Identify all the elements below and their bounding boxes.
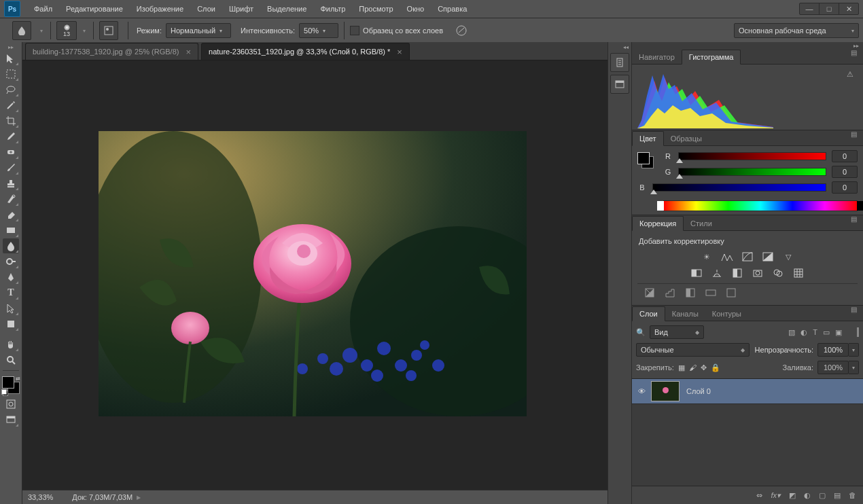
filter-shape-icon[interactable]: ▭ — [823, 328, 830, 337]
color-fgbg-swatch[interactable] — [637, 152, 654, 168]
move-tool[interactable] — [3, 51, 19, 66]
b-value[interactable]: 0 — [832, 181, 858, 194]
sample-all-layers-checkbox[interactable] — [350, 26, 359, 35]
color-tab[interactable]: Цвет — [632, 131, 664, 146]
zoom-tool[interactable] — [3, 353, 19, 367]
filter-pixel-icon[interactable]: ▧ — [788, 328, 795, 337]
panel-menu-icon[interactable]: ▤ — [851, 218, 860, 226]
filter-adjust-icon[interactable]: ◐ — [800, 328, 807, 337]
lookup-icon[interactable] — [792, 267, 805, 279]
brush-picker-arrow[interactable]: ▾ — [81, 24, 88, 37]
warning-icon[interactable]: ⚠ — [847, 70, 853, 79]
new-group-icon[interactable]: ▢ — [819, 491, 826, 500]
status-menu-arrow[interactable]: ▶ — [137, 494, 141, 501]
blur-tool[interactable] — [3, 238, 19, 253]
history-brush-tool[interactable] — [3, 192, 19, 206]
menu-image[interactable]: Изображение — [130, 0, 190, 18]
menu-type[interactable]: Шрифт — [222, 0, 260, 18]
lasso-tool[interactable] — [3, 82, 19, 97]
canvas-area[interactable] — [22, 60, 607, 490]
paths-tab[interactable]: Контуры — [705, 307, 748, 321]
levels-icon[interactable] — [720, 251, 734, 263]
brush-panel-toggle[interactable] — [99, 21, 118, 40]
window-close-button[interactable]: ✕ — [839, 3, 858, 14]
selective-color-icon[interactable] — [724, 287, 738, 299]
shape-tool[interactable] — [3, 317, 19, 331]
r-slider[interactable] — [678, 152, 826, 160]
menu-edit[interactable]: Редактирование — [59, 0, 130, 18]
hue-icon[interactable] — [690, 267, 703, 279]
navigator-tab[interactable]: Навигатор — [632, 50, 682, 64]
swap-colors-icon[interactable]: ⇄ — [16, 376, 20, 382]
intensity-select[interactable]: 50%▾ — [299, 23, 338, 38]
pressure-button[interactable] — [455, 24, 468, 37]
tool-preset-button[interactable] — [12, 21, 31, 40]
opacity-value[interactable]: 100% — [817, 343, 849, 357]
histogram-tab[interactable]: Гистограмма — [682, 50, 741, 65]
eraser-tool[interactable] — [3, 207, 19, 222]
document-canvas[interactable] — [99, 131, 527, 416]
layer-thumbnail[interactable] — [651, 381, 680, 401]
toolbar-collapse[interactable]: ▸▸ — [0, 43, 22, 50]
eyedropper-tool[interactable] — [3, 129, 19, 144]
posterize-icon[interactable] — [663, 287, 677, 299]
invert-icon[interactable] — [643, 287, 656, 299]
swatches-tab[interactable]: Образцы — [664, 132, 709, 145]
color-balance-icon[interactable] — [710, 267, 724, 279]
layer-item[interactable]: 👁 Слой 0 — [632, 379, 863, 404]
layer-blend-select[interactable]: Обычные◆ — [636, 343, 750, 357]
fill-arrow[interactable]: ▾ — [849, 361, 859, 374]
menu-window[interactable]: Окно — [400, 0, 432, 18]
g-value[interactable]: 0 — [832, 166, 858, 178]
lock-transparent-icon[interactable]: ▦ — [678, 363, 685, 372]
filter-smart-icon[interactable]: ▣ — [835, 328, 842, 337]
menu-select[interactable]: Выделение — [260, 0, 313, 18]
layers-tab[interactable]: Слои — [632, 306, 665, 321]
menu-view[interactable]: Просмотр — [352, 0, 400, 18]
window-minimize-button[interactable]: — — [800, 3, 819, 14]
close-tab-icon[interactable]: × — [397, 47, 402, 57]
gradient-tool[interactable] — [3, 223, 19, 238]
adjustments-tab[interactable]: Коррекция — [632, 216, 684, 231]
panel-menu-icon[interactable]: ▤ — [851, 308, 860, 317]
layer-filter-kind[interactable]: Вид◆ — [650, 325, 704, 339]
menu-layers[interactable]: Слои — [190, 0, 222, 18]
default-colors-icon[interactable] — [1, 389, 7, 395]
photo-filter-icon[interactable] — [751, 267, 764, 279]
bw-icon[interactable] — [730, 267, 744, 279]
menu-help[interactable]: Справка — [431, 0, 474, 18]
panel-menu-icon[interactable]: ▤ — [851, 133, 860, 141]
quickmask-toggle[interactable] — [3, 397, 19, 412]
lock-position-icon[interactable]: ✥ — [701, 363, 707, 372]
channel-mixer-icon[interactable] — [771, 267, 785, 279]
dock-expand[interactable]: ◂◂ — [608, 43, 631, 50]
document-tab-0[interactable]: building-1377538_1920.jpg @ 25% (RGB/8) … — [25, 43, 198, 60]
document-tab-1[interactable]: nature-2360351_1920.jpg @ 33,3% (Слой 0,… — [201, 43, 410, 60]
channels-tab[interactable]: Каналы — [665, 307, 705, 321]
delete-layer-icon[interactable]: 🗑 — [849, 491, 856, 499]
vibrance-icon[interactable]: ▽ — [781, 251, 795, 263]
window-maximize-button[interactable]: □ — [819, 3, 839, 14]
lock-all-icon[interactable]: 🔒 — [711, 363, 720, 372]
brightness-icon[interactable]: ☀ — [700, 251, 714, 263]
threshold-icon[interactable] — [684, 287, 697, 299]
hand-tool[interactable] — [3, 337, 19, 352]
layer-list[interactable]: 👁 Слой 0 — [632, 378, 863, 486]
menu-file[interactable]: Файл — [27, 0, 59, 18]
curves-icon[interactable] — [741, 251, 754, 263]
properties-panel-icon[interactable] — [610, 75, 629, 94]
crop-tool[interactable] — [3, 113, 19, 128]
close-tab-icon[interactable]: × — [186, 47, 191, 57]
panels-collapse[interactable]: ▸▸ — [632, 42, 863, 49]
marquee-tool[interactable] — [3, 67, 19, 82]
layer-fx-icon[interactable]: fx▾ — [771, 491, 781, 500]
filter-type-icon[interactable]: T — [813, 328, 817, 336]
blend-mode-select[interactable]: Нормальный▾ — [166, 23, 231, 38]
lock-paint-icon[interactable]: 🖌 — [689, 363, 697, 372]
g-slider[interactable] — [678, 168, 826, 176]
panel-menu-icon[interactable]: ▤ — [851, 52, 860, 60]
healing-tool[interactable] — [3, 145, 19, 160]
search-icon[interactable]: 🔍 — [636, 328, 646, 337]
new-adjustment-layer-icon[interactable]: ◐ — [804, 491, 811, 500]
visibility-toggle-icon[interactable]: 👁 — [632, 387, 651, 395]
